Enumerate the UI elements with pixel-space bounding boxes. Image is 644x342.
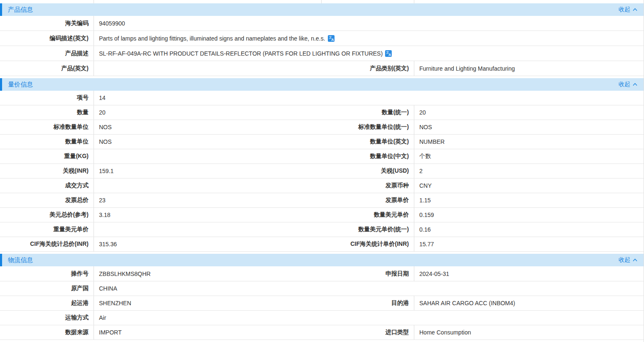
field-label: 美元总价(参考) — [0, 208, 94, 222]
field-label: 标准数量单位(统一) — [322, 120, 414, 134]
table-row: 关税(INR) 159.1 关税(USD) 2 — [0, 164, 644, 179]
field-label: 产品描述 — [0, 46, 94, 61]
field-label: 申报日期 — [322, 266, 414, 281]
table-row: 发票总价 23 发票单价 1.15 — [0, 193, 644, 208]
remnant-cell — [0, 0, 94, 3]
field-value: SL-RF-AF-049A-RC WITH PRODUCT DETAILS-RE… — [94, 46, 644, 61]
table-row: 重量美元单价 数量美元单价(统一) 0.16 — [0, 222, 644, 237]
field-value: 14 — [94, 91, 644, 105]
field-value: 2 — [414, 164, 644, 178]
field-value: SHENZHEN — [94, 296, 322, 310]
field-value-text: Parts of lamps and lighting fittings, il… — [99, 35, 325, 42]
field-label: 海关编码 — [0, 16, 94, 31]
field-value: 3.18 — [94, 208, 322, 222]
section-title: 量价信息 — [8, 81, 33, 89]
field-value: 15.77 — [414, 237, 644, 251]
field-value: 2024-05-31 — [414, 266, 644, 281]
field-label: 数量美元单价 — [322, 208, 414, 222]
field-label: 数量单位 — [0, 135, 94, 149]
chevron-up-icon — [632, 6, 638, 13]
collapse-toggle-quantity-price-info[interactable]: 收起 — [619, 81, 638, 88]
section-header-quantity-price-info: 量价信息 收起 — [0, 78, 644, 91]
field-value — [94, 61, 322, 76]
field-label: 产品类别(英文) — [322, 61, 414, 76]
collapse-toggle-logistics-info[interactable]: 收起 — [619, 256, 638, 264]
field-label: 发票币种 — [322, 179, 414, 193]
field-value: 94059900 — [94, 16, 644, 31]
field-value: CHINA — [94, 281, 644, 296]
field-value: 20 — [414, 105, 644, 120]
field-value: Air — [94, 311, 644, 325]
table-row: 成交方式 发票币种 CNY — [0, 179, 644, 193]
field-value: ZBBSLHKMS8QHR — [94, 266, 322, 281]
field-label: 重量(KG) — [0, 149, 94, 163]
table-row: 海关编码 94059900 — [0, 16, 644, 31]
field-value: IMPORT — [94, 325, 322, 339]
field-label: 发票单价 — [322, 193, 414, 207]
collapse-toggle-product-info[interactable]: 收起 — [619, 6, 638, 13]
table-row: 操作号 ZBBSLHKMS8QHR 申报日期 2024-05-31 — [0, 266, 644, 281]
table-row: 原产国 CHINA — [0, 281, 644, 296]
field-label: 重量美元单价 — [0, 222, 94, 237]
field-label: 数量 — [0, 105, 94, 120]
field-value: 159.1 — [94, 164, 322, 178]
remnant-cell — [94, 0, 322, 3]
field-label: 目的港 — [322, 296, 414, 310]
svg-text:A: A — [389, 53, 391, 57]
translate-icon[interactable]: 文A — [385, 50, 392, 57]
table-row: 编码描述(英文) Parts of lamps and lighting fit… — [0, 31, 644, 46]
section-title: 产品信息 — [8, 6, 33, 14]
field-label: 运输方式 — [0, 311, 94, 325]
field-label: 数量单位(中文) — [322, 149, 414, 163]
field-value: 20 — [94, 105, 322, 120]
field-value: 个数 — [414, 149, 644, 163]
field-label: 原产国 — [0, 281, 94, 296]
collapse-label: 收起 — [619, 81, 630, 88]
field-value: NUMBER — [414, 135, 644, 149]
field-label: 标准数量单位 — [0, 120, 94, 134]
field-label: 进口类型 — [322, 325, 414, 339]
table-row: 产品(英文) 产品类别(英文) Furniture and Lighting M… — [0, 61, 644, 76]
translate-icon[interactable]: 文A — [328, 35, 335, 42]
field-label: 数量(统一) — [322, 105, 414, 120]
field-value: Furniture and Lighting Manufacturing — [414, 61, 644, 76]
section-header-logistics-info: 物流信息 收起 — [0, 254, 644, 266]
table-row: CIF海关统计总价(INR) 315.36 CIF海关统计单价(INR) 15.… — [0, 237, 644, 252]
section-accent-bar — [0, 254, 2, 266]
field-label: 项号 — [0, 91, 94, 105]
table-row: 项号 14 — [0, 91, 644, 105]
field-value: Home Consumption — [414, 325, 644, 339]
field-label: 关税(USD) — [322, 164, 414, 178]
field-value: 0.16 — [414, 222, 644, 237]
table-row: 美元总价(参考) 3.18 数量美元单价 0.159 — [0, 208, 644, 222]
field-value: 0.159 — [414, 208, 644, 222]
chevron-up-icon — [632, 81, 638, 88]
field-value — [94, 179, 322, 193]
field-label: CIF海关统计总价(INR) — [0, 237, 94, 251]
section-title: 物流信息 — [8, 256, 33, 264]
table-row: 产品描述 SL-RF-AF-049A-RC WITH PRODUCT DETAI… — [0, 46, 644, 61]
field-value: 315.36 — [94, 237, 322, 251]
field-value: NOS — [94, 120, 322, 134]
table-row: 起运港 SHENZHEN 目的港 SAHAR AIR CARGO ACC (IN… — [0, 296, 644, 311]
svg-text:A: A — [331, 38, 334, 42]
field-label: 数据来源 — [0, 325, 94, 339]
field-label: CIF海关统计单价(INR) — [322, 237, 414, 251]
field-value: NOS — [94, 135, 322, 149]
field-label: 数量单位(英文) — [322, 135, 414, 149]
field-value: SAHAR AIR CARGO ACC (INBOM4) — [414, 296, 644, 310]
field-label: 发票总价 — [0, 193, 94, 207]
section-accent-bar — [0, 78, 2, 91]
collapse-label: 收起 — [619, 256, 630, 264]
table-row: 重量(KG) 数量单位(中文) 个数 — [0, 149, 644, 164]
table-row: 运输方式 Air — [0, 311, 644, 325]
field-label: 数量美元单价(统一) — [322, 222, 414, 237]
table-row: 数量 20 数量(统一) 20 — [0, 105, 644, 120]
customs-record-detail-page: 产品信息 收起 海关编码 94059900 编码描述(英文) Parts of … — [0, 0, 644, 342]
remnant-cell — [322, 0, 414, 3]
table-row: 数据来源 IMPORT 进口类型 Home Consumption — [0, 325, 644, 340]
field-label: 成交方式 — [0, 179, 94, 193]
field-value: 23 — [94, 193, 322, 207]
section-header-product-info: 产品信息 收起 — [0, 3, 644, 16]
field-value — [94, 149, 322, 163]
